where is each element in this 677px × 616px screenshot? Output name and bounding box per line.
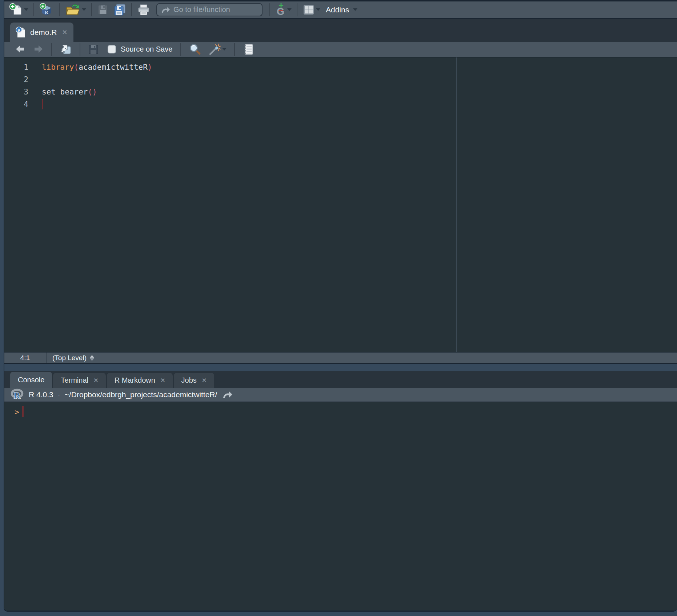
code-content[interactable]: library(academictwitteR) <box>28 61 152 73</box>
tab-title: demo.R <box>30 28 57 37</box>
close-icon[interactable]: × <box>161 376 165 385</box>
code-tools-dropdown-caret[interactable] <box>222 48 227 51</box>
open-folder-icon <box>65 3 81 17</box>
goto-arrow-icon <box>161 5 170 14</box>
tab-label: Jobs <box>181 376 197 385</box>
code-line: 1 library(academictwitteR) <box>4 61 677 73</box>
line-number: 3 <box>4 86 28 98</box>
editor-cursor <box>42 99 43 109</box>
save-document-button[interactable] <box>86 42 101 57</box>
editor-status-bar: 4:1 (Top Level) <box>4 352 677 364</box>
show-directory-arrow-icon[interactable] <box>222 390 233 399</box>
print-icon <box>137 3 150 16</box>
tab-terminal[interactable]: Terminal × <box>53 373 105 388</box>
code-token-paren: ( <box>74 61 79 73</box>
new-file-icon <box>9 3 23 17</box>
toolbar-separator <box>91 3 92 16</box>
compile-notebook-icon <box>243 43 253 56</box>
source-editor[interactable]: 1 library(academictwitteR) 2 3 set_beare… <box>4 57 677 352</box>
git-diff-icon: + − G <box>275 3 286 16</box>
svg-text:R: R <box>14 390 21 401</box>
toolbar-separator <box>33 3 34 16</box>
line-number: 1 <box>4 61 28 73</box>
goto-file-function-input[interactable] <box>173 5 258 14</box>
print-button[interactable] <box>135 3 152 17</box>
close-icon[interactable]: × <box>94 376 98 385</box>
git-letter-glyph: G <box>277 6 284 17</box>
tab-jobs[interactable]: Jobs × <box>174 373 214 388</box>
show-in-new-window-button[interactable] <box>58 42 74 57</box>
source-tab-strip: R demo.R × <box>4 19 677 42</box>
workspace-panes-button[interactable] <box>301 3 322 17</box>
scope-label: (Top Level) <box>52 354 87 362</box>
open-file-button[interactable] <box>63 3 88 17</box>
r-version-label: R 4.0.3 <box>29 390 53 399</box>
editor-toolbar: Source on Save <box>4 42 677 57</box>
svg-text:R: R <box>45 9 48 15</box>
compile-report-button[interactable] <box>241 42 255 57</box>
tab-label: R Markdown <box>115 376 155 385</box>
code-token-keyword: library <box>42 61 74 73</box>
code-line: 3 set_bearer() <box>4 86 677 98</box>
line-number: 2 <box>4 73 28 86</box>
tab-demo-r[interactable]: R demo.R × <box>10 23 73 42</box>
tab-console[interactable]: Console <box>10 372 52 388</box>
save-all-button[interactable] <box>111 3 128 17</box>
forward-button[interactable] <box>31 42 45 57</box>
code-content[interactable]: set_bearer() <box>28 86 97 98</box>
magic-wand-icon <box>208 43 221 56</box>
scope-selector[interactable]: (Top Level) <box>47 353 94 363</box>
open-file-dropdown-caret[interactable] <box>82 8 86 11</box>
console-prompt: > <box>15 407 19 416</box>
source-on-save-checkbox[interactable] <box>108 45 116 53</box>
popout-icon <box>60 44 72 55</box>
toolbar-separator <box>59 3 60 16</box>
console-tab-strip: Console Terminal × R Markdown × Jobs × <box>4 371 677 388</box>
version-control-dropdown-caret[interactable] <box>287 8 292 11</box>
forward-icon <box>33 44 44 55</box>
console-prompt-line: > <box>15 406 677 418</box>
source-on-save-label: Source on Save <box>121 45 172 53</box>
panes-layout-icon <box>303 4 315 16</box>
panes-dropdown-caret[interactable] <box>316 8 320 11</box>
code-content[interactable] <box>28 98 43 110</box>
save-all-icon <box>113 4 126 16</box>
code-token-paren: () <box>88 86 97 98</box>
pane-divider[interactable] <box>4 364 677 371</box>
new-project-button[interactable]: R <box>37 3 56 17</box>
new-file-button[interactable] <box>7 3 30 17</box>
toolbar-separator <box>131 3 132 16</box>
save-icon <box>88 44 99 55</box>
console[interactable]: > <box>4 402 677 611</box>
svg-text:R: R <box>17 27 21 32</box>
goto-file-function-box[interactable] <box>156 3 263 16</box>
magnifier-icon <box>189 43 201 56</box>
save-icon <box>97 4 109 16</box>
new-project-icon: R <box>39 3 54 17</box>
addins-dropdown-caret <box>353 8 357 11</box>
code-tools-button[interactable] <box>206 42 228 57</box>
code-content[interactable] <box>28 73 42 86</box>
code-token-identifier: set_bearer <box>42 86 88 98</box>
close-icon[interactable]: × <box>202 376 207 385</box>
close-icon[interactable]: × <box>63 28 67 37</box>
tab-label: Terminal <box>61 376 88 385</box>
toolbar-separator <box>234 43 235 56</box>
scope-spinner-icon[interactable] <box>90 355 94 361</box>
cursor-position[interactable]: 4:1 <box>4 353 47 363</box>
save-button[interactable] <box>95 3 111 17</box>
addins-label: Addins <box>326 5 349 14</box>
code-token-identifier: academictwitteR <box>79 61 148 73</box>
new-file-dropdown-caret[interactable] <box>24 8 28 11</box>
console-cursor <box>22 406 24 417</box>
back-button[interactable] <box>13 42 28 57</box>
addins-menu[interactable]: Addins <box>323 5 360 14</box>
toolbar-separator <box>297 3 297 16</box>
version-control-button[interactable]: + − G <box>273 3 293 17</box>
find-replace-button[interactable] <box>187 42 203 57</box>
code-line: 2 <box>4 73 677 86</box>
tab-r-markdown[interactable]: R Markdown × <box>107 373 173 388</box>
header-separator-dot: · <box>58 392 60 398</box>
print-margin-line <box>456 57 457 352</box>
toolbar-separator <box>180 43 181 56</box>
